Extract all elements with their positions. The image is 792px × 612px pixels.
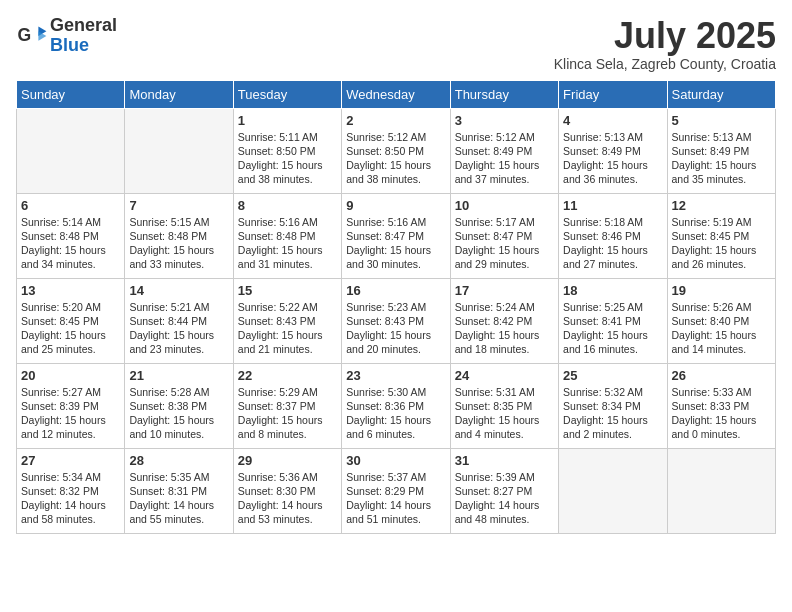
day-info: Sunrise: 5:21 AMSunset: 8:44 PMDaylight:… — [129, 300, 228, 357]
calendar-day-cell: 7Sunrise: 5:15 AMSunset: 8:48 PMDaylight… — [125, 193, 233, 278]
calendar-day-cell — [125, 108, 233, 193]
calendar-day-cell: 23Sunrise: 5:30 AMSunset: 8:36 PMDayligh… — [342, 363, 450, 448]
day-info: Sunrise: 5:22 AMSunset: 8:43 PMDaylight:… — [238, 300, 337, 357]
day-number: 15 — [238, 283, 337, 298]
day-info: Sunrise: 5:31 AMSunset: 8:35 PMDaylight:… — [455, 385, 554, 442]
calendar-day-cell: 17Sunrise: 5:24 AMSunset: 8:42 PMDayligh… — [450, 278, 558, 363]
day-info: Sunrise: 5:16 AMSunset: 8:47 PMDaylight:… — [346, 215, 445, 272]
day-number: 4 — [563, 113, 662, 128]
day-number: 31 — [455, 453, 554, 468]
day-info: Sunrise: 5:16 AMSunset: 8:48 PMDaylight:… — [238, 215, 337, 272]
day-number: 20 — [21, 368, 120, 383]
day-number: 1 — [238, 113, 337, 128]
day-info: Sunrise: 5:26 AMSunset: 8:40 PMDaylight:… — [672, 300, 771, 357]
day-number: 6 — [21, 198, 120, 213]
day-info: Sunrise: 5:17 AMSunset: 8:47 PMDaylight:… — [455, 215, 554, 272]
logo-icon: G — [16, 20, 48, 52]
day-info: Sunrise: 5:24 AMSunset: 8:42 PMDaylight:… — [455, 300, 554, 357]
day-number: 14 — [129, 283, 228, 298]
day-info: Sunrise: 5:35 AMSunset: 8:31 PMDaylight:… — [129, 470, 228, 527]
calendar-day-cell: 20Sunrise: 5:27 AMSunset: 8:39 PMDayligh… — [17, 363, 125, 448]
calendar-day-cell: 15Sunrise: 5:22 AMSunset: 8:43 PMDayligh… — [233, 278, 341, 363]
day-number: 2 — [346, 113, 445, 128]
day-number: 22 — [238, 368, 337, 383]
day-info: Sunrise: 5:14 AMSunset: 8:48 PMDaylight:… — [21, 215, 120, 272]
day-info: Sunrise: 5:25 AMSunset: 8:41 PMDaylight:… — [563, 300, 662, 357]
day-info: Sunrise: 5:12 AMSunset: 8:49 PMDaylight:… — [455, 130, 554, 187]
day-info: Sunrise: 5:15 AMSunset: 8:48 PMDaylight:… — [129, 215, 228, 272]
calendar-day-cell — [667, 448, 775, 533]
calendar-day-cell: 5Sunrise: 5:13 AMSunset: 8:49 PMDaylight… — [667, 108, 775, 193]
day-number: 18 — [563, 283, 662, 298]
day-number: 11 — [563, 198, 662, 213]
day-info: Sunrise: 5:13 AMSunset: 8:49 PMDaylight:… — [672, 130, 771, 187]
day-info: Sunrise: 5:27 AMSunset: 8:39 PMDaylight:… — [21, 385, 120, 442]
day-info: Sunrise: 5:12 AMSunset: 8:50 PMDaylight:… — [346, 130, 445, 187]
calendar-day-cell: 29Sunrise: 5:36 AMSunset: 8:30 PMDayligh… — [233, 448, 341, 533]
day-info: Sunrise: 5:32 AMSunset: 8:34 PMDaylight:… — [563, 385, 662, 442]
calendar-day-cell: 31Sunrise: 5:39 AMSunset: 8:27 PMDayligh… — [450, 448, 558, 533]
day-of-week-header: Tuesday — [233, 80, 341, 108]
day-number: 26 — [672, 368, 771, 383]
page-header: G General Blue July 2025 Klinca Sela, Za… — [16, 16, 776, 72]
day-info: Sunrise: 5:20 AMSunset: 8:45 PMDaylight:… — [21, 300, 120, 357]
calendar-day-cell: 13Sunrise: 5:20 AMSunset: 8:45 PMDayligh… — [17, 278, 125, 363]
day-number: 13 — [21, 283, 120, 298]
day-info: Sunrise: 5:37 AMSunset: 8:29 PMDaylight:… — [346, 470, 445, 527]
day-of-week-header: Monday — [125, 80, 233, 108]
calendar-day-cell: 2Sunrise: 5:12 AMSunset: 8:50 PMDaylight… — [342, 108, 450, 193]
calendar-day-cell: 28Sunrise: 5:35 AMSunset: 8:31 PMDayligh… — [125, 448, 233, 533]
day-number: 7 — [129, 198, 228, 213]
calendar-day-cell: 8Sunrise: 5:16 AMSunset: 8:48 PMDaylight… — [233, 193, 341, 278]
calendar-day-cell: 11Sunrise: 5:18 AMSunset: 8:46 PMDayligh… — [559, 193, 667, 278]
calendar-day-cell — [17, 108, 125, 193]
calendar-day-cell: 25Sunrise: 5:32 AMSunset: 8:34 PMDayligh… — [559, 363, 667, 448]
calendar-day-cell: 9Sunrise: 5:16 AMSunset: 8:47 PMDaylight… — [342, 193, 450, 278]
day-info: Sunrise: 5:34 AMSunset: 8:32 PMDaylight:… — [21, 470, 120, 527]
calendar-day-cell: 12Sunrise: 5:19 AMSunset: 8:45 PMDayligh… — [667, 193, 775, 278]
calendar-day-cell: 1Sunrise: 5:11 AMSunset: 8:50 PMDaylight… — [233, 108, 341, 193]
day-info: Sunrise: 5:19 AMSunset: 8:45 PMDaylight:… — [672, 215, 771, 272]
calendar-day-cell: 16Sunrise: 5:23 AMSunset: 8:43 PMDayligh… — [342, 278, 450, 363]
day-info: Sunrise: 5:30 AMSunset: 8:36 PMDaylight:… — [346, 385, 445, 442]
calendar-day-cell: 6Sunrise: 5:14 AMSunset: 8:48 PMDaylight… — [17, 193, 125, 278]
calendar-day-cell: 18Sunrise: 5:25 AMSunset: 8:41 PMDayligh… — [559, 278, 667, 363]
day-info: Sunrise: 5:29 AMSunset: 8:37 PMDaylight:… — [238, 385, 337, 442]
day-number: 5 — [672, 113, 771, 128]
month-title: July 2025 — [554, 16, 776, 56]
calendar-day-cell: 14Sunrise: 5:21 AMSunset: 8:44 PMDayligh… — [125, 278, 233, 363]
day-info: Sunrise: 5:11 AMSunset: 8:50 PMDaylight:… — [238, 130, 337, 187]
calendar-table: SundayMondayTuesdayWednesdayThursdayFrid… — [16, 80, 776, 534]
day-of-week-header: Saturday — [667, 80, 775, 108]
calendar-header-row: SundayMondayTuesdayWednesdayThursdayFrid… — [17, 80, 776, 108]
day-info: Sunrise: 5:13 AMSunset: 8:49 PMDaylight:… — [563, 130, 662, 187]
day-number: 24 — [455, 368, 554, 383]
calendar-day-cell: 24Sunrise: 5:31 AMSunset: 8:35 PMDayligh… — [450, 363, 558, 448]
day-info: Sunrise: 5:28 AMSunset: 8:38 PMDaylight:… — [129, 385, 228, 442]
logo-blue-text: Blue — [50, 36, 117, 56]
svg-text:G: G — [18, 25, 32, 45]
day-number: 10 — [455, 198, 554, 213]
calendar-day-cell: 27Sunrise: 5:34 AMSunset: 8:32 PMDayligh… — [17, 448, 125, 533]
day-number: 3 — [455, 113, 554, 128]
day-number: 12 — [672, 198, 771, 213]
calendar-week-row: 13Sunrise: 5:20 AMSunset: 8:45 PMDayligh… — [17, 278, 776, 363]
day-number: 28 — [129, 453, 228, 468]
day-number: 17 — [455, 283, 554, 298]
logo-text: General Blue — [50, 16, 117, 56]
day-number: 27 — [21, 453, 120, 468]
calendar-day-cell: 21Sunrise: 5:28 AMSunset: 8:38 PMDayligh… — [125, 363, 233, 448]
logo-general-text: General — [50, 16, 117, 36]
calendar-day-cell: 10Sunrise: 5:17 AMSunset: 8:47 PMDayligh… — [450, 193, 558, 278]
calendar-week-row: 6Sunrise: 5:14 AMSunset: 8:48 PMDaylight… — [17, 193, 776, 278]
day-number: 9 — [346, 198, 445, 213]
day-of-week-header: Wednesday — [342, 80, 450, 108]
day-number: 21 — [129, 368, 228, 383]
calendar-day-cell: 22Sunrise: 5:29 AMSunset: 8:37 PMDayligh… — [233, 363, 341, 448]
calendar-day-cell: 19Sunrise: 5:26 AMSunset: 8:40 PMDayligh… — [667, 278, 775, 363]
day-info: Sunrise: 5:18 AMSunset: 8:46 PMDaylight:… — [563, 215, 662, 272]
calendar-day-cell: 30Sunrise: 5:37 AMSunset: 8:29 PMDayligh… — [342, 448, 450, 533]
day-info: Sunrise: 5:23 AMSunset: 8:43 PMDaylight:… — [346, 300, 445, 357]
day-info: Sunrise: 5:36 AMSunset: 8:30 PMDaylight:… — [238, 470, 337, 527]
calendar-day-cell: 4Sunrise: 5:13 AMSunset: 8:49 PMDaylight… — [559, 108, 667, 193]
